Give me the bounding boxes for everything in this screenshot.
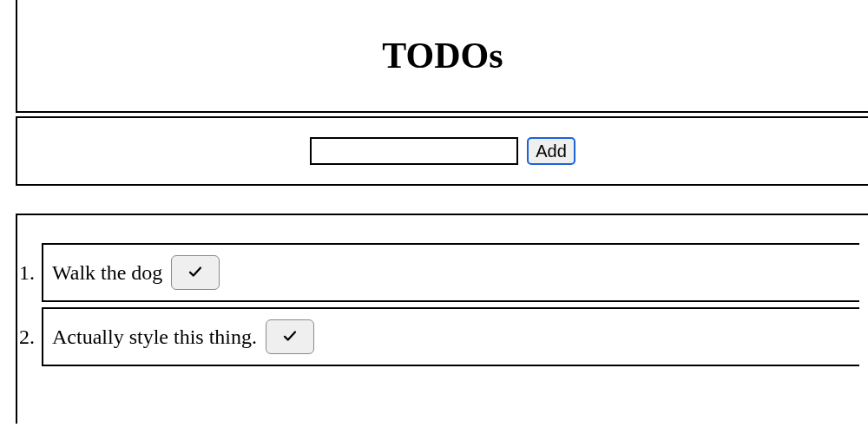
list-item: 2. Actually style this thing. — [17, 307, 859, 366]
list-item: 1. Walk the dog — [17, 243, 859, 302]
add-form: Add — [16, 116, 868, 186]
check-icon — [187, 264, 203, 282]
todo-list: 1. Walk the dog 2. Actually style this t… — [16, 214, 868, 424]
complete-button[interactable] — [171, 255, 220, 290]
complete-button[interactable] — [266, 319, 314, 354]
item-number: 1. — [17, 243, 42, 302]
header-section: TODOs — [16, 0, 868, 113]
page-title: TODOs — [17, 35, 868, 76]
check-icon — [282, 328, 298, 346]
new-todo-input[interactable] — [310, 137, 518, 165]
item-content: Walk the dog — [42, 243, 859, 302]
item-content: Actually style this thing. — [42, 307, 859, 366]
item-text: Walk the dog — [52, 261, 162, 285]
item-number: 2. — [17, 307, 42, 366]
add-button[interactable]: Add — [527, 137, 575, 165]
item-text: Actually style this thing. — [52, 326, 257, 349]
